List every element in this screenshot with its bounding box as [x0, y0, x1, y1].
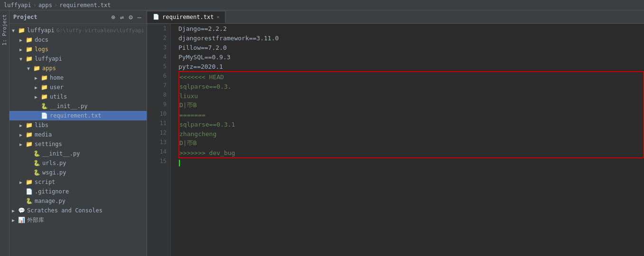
tree-item-init-py-apps[interactable]: ▶ 🐍 __init__.py [9, 101, 147, 111]
code-line-7: sqlparse==0.3. [179, 82, 643, 91]
code-line-2: djangorestframework==3.11.0 [178, 33, 644, 43]
line-num-11: 11 [147, 119, 170, 128]
tab-bar: 📄 requirement.txt ✕ [147, 10, 644, 24]
code-line-11: sqlparse==0.3.1 [179, 119, 643, 129]
tree-item-wsgi-py[interactable]: ▶ 🐍 wsgi.py [9, 168, 147, 177]
project-tab-label[interactable]: 1: Project [1, 10, 8, 49]
tab-requirement-txt[interactable]: 📄 requirement.txt ✕ [147, 11, 225, 23]
tree-item-settings[interactable]: ▶ 📁 settings [9, 139, 147, 149]
text-cursor [179, 160, 180, 166]
minimize-icon[interactable]: — [136, 13, 143, 21]
code-line-13: D|帀B [179, 138, 643, 148]
code-line-3: Pillow==7.2.0 [178, 43, 644, 52]
line-num-12: 12 [147, 128, 170, 137]
add-icon[interactable]: ⊕ [110, 13, 116, 21]
conflict-region: <<<<<<< HEAD sqlparse==0.3. liuxu D|帀B =… [178, 71, 644, 158]
tree-item-luffyapi-root[interactable]: ▼ 📁 luffyapi G:\luffy-virtualenv\luffyap… [9, 26, 147, 35]
sidebar-title: Project [13, 14, 108, 20]
file-tab-icon: 📄 [153, 14, 159, 20]
code-line-5: pytz==2020.1 [178, 62, 644, 71]
tree-item-home[interactable]: ▶ 📁 home [9, 73, 147, 82]
sidebar-icons: ⊕ ⇌ ⚙ — [110, 13, 143, 21]
vertical-project-tab[interactable]: 1: Project [0, 10, 9, 256]
code-area[interactable]: Django==2.2.2 djangorestframework==3.11.… [171, 24, 644, 256]
breadcrumb-apps[interactable]: apps [38, 2, 52, 9]
code-line-15 [178, 158, 644, 168]
top-breadcrumb-bar: luffyapi › apps › requirement.txt [0, 0, 644, 10]
breadcrumb-luffyapi[interactable]: luffyapi [4, 2, 31, 9]
tree-item-gitignore[interactable]: ▶ 📄 .gitignore [9, 187, 147, 196]
breadcrumb: luffyapi › apps › requirement.txt [4, 2, 111, 9]
tree-item-utils[interactable]: ▶ 📁 utils [9, 92, 147, 101]
line-num-7: 7 [147, 81, 170, 90]
line-num-14: 14 [147, 147, 170, 156]
sidebar: Project ⊕ ⇌ ⚙ — ▼ 📁 luffyapi G:\luffy-vi… [9, 10, 147, 256]
code-line-12: zhangcheng [179, 129, 643, 138]
tree-item-apps[interactable]: ▼ 📁 apps [9, 64, 147, 73]
gear-icon[interactable]: ⚙ [127, 13, 134, 21]
sidebar-header: Project ⊕ ⇌ ⚙ — [9, 10, 147, 24]
tree-item-media[interactable]: ▶ 📁 media [9, 130, 147, 139]
tree-item-requirement-txt[interactable]: ▶ 📄 requirement.txt [9, 111, 147, 120]
line-num-8: 8 [147, 90, 170, 100]
tree-item-manage-py[interactable]: ▶ 🐍 manage.py [9, 196, 147, 206]
line-num-6: 6 [147, 71, 170, 81]
line-num-13: 13 [147, 137, 170, 147]
tree-item-luffyapi-folder[interactable]: ▼ 📁 luffyapi [9, 54, 147, 64]
sidebar-content: ▼ 📁 luffyapi G:\luffy-virtualenv\luffyap… [9, 24, 147, 256]
tree-item-init-py-luffyapi[interactable]: ▶ 🐍 __init__.py [9, 149, 147, 158]
tree-item-logs[interactable]: ▶ 📁 logs [9, 45, 147, 54]
sync-icon[interactable]: ⇌ [119, 13, 125, 21]
line-num-9: 9 [147, 100, 170, 109]
tree-item-script[interactable]: ▶ 📁 script [9, 177, 147, 187]
breadcrumb-file[interactable]: requirement.txt [59, 2, 111, 9]
editor-container: 📄 requirement.txt ✕ 1 2 3 4 5 6 7 8 9 10… [147, 10, 644, 256]
tree-item-external-libs[interactable]: ▶ 📊 外部库 [9, 215, 147, 225]
code-line-10: ======= [179, 110, 643, 119]
code-line-14: >>>>>>> dev_bug [179, 148, 643, 157]
tab-close-button[interactable]: ✕ [216, 14, 219, 19]
tree-item-docs[interactable]: ▶ 📁 docs [9, 35, 147, 45]
line-num-1: 1 [147, 24, 170, 33]
line-num-15: 15 [147, 156, 170, 166]
tree-item-user[interactable]: ▶ 📁 user [9, 82, 147, 92]
line-num-2: 2 [147, 33, 170, 43]
code-line-9: D|帀B [179, 101, 643, 110]
code-line-1: Django==2.2.2 [178, 24, 644, 33]
tree-item-scratches[interactable]: ▶ 💬 Scratches and Consoles [9, 206, 147, 215]
line-num-10: 10 [147, 109, 170, 119]
line-num-3: 3 [147, 43, 170, 52]
code-line-6: <<<<<<< HEAD [179, 72, 643, 82]
tree-item-libs[interactable]: ▶ 📁 libs [9, 120, 147, 130]
line-num-4: 4 [147, 52, 170, 62]
tree-item-urls-py[interactable]: ▶ 🐍 urls.py [9, 158, 147, 168]
line-numbers: 1 2 3 4 5 6 7 8 9 10 11 12 13 14 15 [147, 24, 171, 256]
editor-content[interactable]: 1 2 3 4 5 6 7 8 9 10 11 12 13 14 15 Djan… [147, 24, 644, 256]
code-line-8: liuxu [179, 91, 643, 101]
code-line-4: PyMySQL==0.9.3 [178, 52, 644, 62]
line-num-5: 5 [147, 62, 170, 71]
tab-label: requirement.txt [162, 14, 214, 20]
